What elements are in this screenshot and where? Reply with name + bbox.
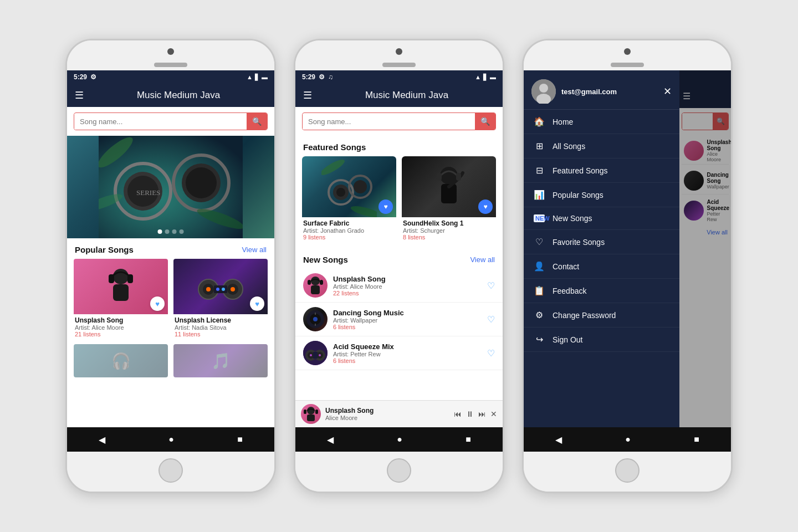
home-btn-2[interactable]: ● (397, 434, 402, 444)
screen-content-1[interactable]: 🔍 (67, 107, 274, 427)
phone-top-3 (524, 40, 731, 70)
drawer-header: test@gmail.com ✕ (524, 70, 679, 110)
feat-fav-2[interactable]: ♥ (478, 200, 493, 214)
np-prev[interactable]: ⏮ (454, 410, 462, 418)
recents-btn-3[interactable]: ■ (694, 434, 699, 444)
np-thumb (301, 404, 321, 424)
contact-icon-drawer: 👤 (534, 261, 545, 272)
search-button-1[interactable]: 🔍 (247, 113, 267, 130)
drawer-menu: 🏠 Home ⊞ All Songs ⊟ Featured Songs 📊 Po… (524, 110, 679, 452)
user-avatar (531, 79, 556, 104)
song-card-2[interactable]: ♥ Unsplash License Artist: Nadia Sitova … (173, 259, 268, 340)
song-thumb-2 (303, 307, 328, 331)
drawer-label-favorite-songs: Favorite Songs (553, 238, 605, 247)
wifi-icon-1: ▲ (247, 74, 253, 80)
home-btn-3[interactable]: ● (625, 434, 631, 444)
song-list-item-3[interactable]: Acid Squeeze Mix Artist: Petter Rew 6 li… (295, 336, 503, 370)
np-pause[interactable]: ⏸ (466, 410, 474, 418)
dot-1 (158, 229, 162, 234)
drawer-item-new-songs[interactable]: NEW New Songs (524, 207, 679, 230)
back-btn-3[interactable]: ◀ (555, 434, 562, 445)
drawer-label-contact: Contact (553, 262, 579, 271)
np-controls: ⏮ ⏸ ⏭ ✕ (454, 410, 497, 418)
search-input-wrap-2[interactable]: 🔍 (302, 112, 496, 130)
drawer-item-all-songs[interactable]: ⊞ All Songs (524, 134, 679, 158)
svg-rect-56 (313, 352, 318, 359)
np-close[interactable]: ✕ (490, 410, 497, 418)
drawer-item-home[interactable]: 🏠 Home (524, 110, 679, 134)
speaker-3 (611, 63, 644, 67)
song-list-item-1[interactable]: Unsplash Song Artist: Alice Moore 22 lis… (295, 269, 503, 303)
navigation-drawer: test@gmail.com ✕ 🏠 Home ⊞ All Songs ⊟ Fe… (524, 70, 679, 452)
favorite-songs-icon-drawer: ♡ (534, 237, 545, 247)
drawer-item-favorite-songs[interactable]: ♡ Favorite Songs (524, 230, 679, 254)
popular-songs-icon-drawer: 📊 (534, 190, 545, 200)
np-next[interactable]: ⏭ (478, 410, 486, 418)
drawer-item-change-password[interactable]: ⚙ Change Password (524, 303, 679, 328)
phone-bottom-1 (67, 452, 274, 492)
svg-point-30 (336, 188, 345, 197)
svg-point-62 (539, 84, 548, 93)
search-input-2[interactable] (303, 114, 475, 130)
drawer-label-home: Home (553, 117, 573, 126)
search-input-wrap-1[interactable]: 🔍 (74, 112, 268, 130)
new-songs-icon-drawer: NEW (534, 214, 545, 222)
recents-btn-2[interactable]: ■ (466, 434, 471, 444)
carousel-1: SERIES (67, 136, 274, 238)
recents-btn-1[interactable]: ■ (237, 434, 243, 444)
camera-1 (167, 48, 174, 55)
featured-card-1[interactable]: ♥ Surface Fabric Artist: Jonathan Grado … (302, 156, 396, 243)
drawer-item-contact[interactable]: 👤 Contact (524, 254, 679, 279)
featured-info-2: SoundHelix Song 1 Artist: Schurger 8 lis… (402, 217, 496, 243)
view-all-new[interactable]: View all (470, 255, 495, 264)
back-btn-1[interactable]: ◀ (99, 434, 105, 445)
search-button-2[interactable]: 🔍 (475, 113, 495, 130)
svg-point-32 (354, 180, 367, 193)
song-list-fav-3[interactable]: ♡ (487, 348, 495, 359)
view-all-popular[interactable]: View all (242, 245, 267, 254)
status-icons-1: ▲ ▋ ▬ (247, 74, 268, 81)
screen-content-2[interactable]: 🔍 Featured Songs (295, 107, 503, 400)
speaker-1 (154, 63, 187, 67)
drawer-close-button[interactable]: ✕ (663, 85, 672, 98)
phone-3: 5:30 ⚙ ♫ ▲ ▋ ▬ test@gmail.com (522, 39, 733, 493)
fav-badge-1[interactable]: ♥ (150, 296, 165, 311)
status-bar-2: 5:29 ⚙ ♫ ▲ ▋ ▬ (295, 70, 503, 84)
signal-icon-2: ▋ (483, 74, 488, 81)
song-list-fav-1[interactable]: ♡ (487, 280, 495, 291)
back-btn-2[interactable]: ◀ (327, 434, 334, 445)
drawer-item-sign-out[interactable]: ↪ Sign Out (524, 328, 679, 352)
song-list-fav-2[interactable]: ♡ (487, 314, 495, 325)
camera-2 (396, 48, 402, 55)
song-card-1[interactable]: ♥ Unsplash Song Artist: Alice Moore 21 l… (74, 259, 168, 340)
wifi-icon-2: ▲ (475, 74, 481, 80)
status-time-1: 5:29 ⚙ (74, 73, 96, 81)
now-playing-bar: Unsplash Song Alice Moore ⏮ ⏸ ⏭ ✕ (295, 400, 503, 427)
svg-point-55 (319, 354, 321, 356)
search-input-1[interactable] (74, 114, 247, 130)
menu-icon-1[interactable]: ☰ (75, 89, 84, 101)
featured-card-2[interactable]: ♥ SoundHelix Song 1 Artist: Schurger 8 l… (402, 156, 496, 243)
drawer-item-feedback[interactable]: 📋 Feedback (524, 279, 679, 303)
menu-icon-2[interactable]: ☰ (303, 89, 312, 101)
app-title-2: Music Medium Java (319, 90, 495, 101)
drawer-item-featured-songs[interactable]: ⊟ Featured Songs (524, 158, 679, 183)
dot-2 (165, 229, 170, 234)
phone-bottom-2 (295, 452, 503, 492)
songs-grid-1: ♥ Unsplash Song Artist: Alice Moore 21 l… (67, 259, 274, 340)
carousel-art-1: SERIES (99, 136, 243, 238)
song-thumb-3 (303, 341, 328, 365)
svg-point-46 (313, 317, 318, 321)
svg-text:SERIES: SERIES (136, 188, 160, 197)
phone-2: 5:29 ⚙ ♫ ▲ ▋ ▬ ☰ Music Medium Java 🔍 (294, 39, 504, 493)
physical-home-3 (615, 458, 640, 483)
svg-point-57 (307, 407, 315, 415)
drawer-item-popular-songs[interactable]: 📊 Popular Songs (524, 183, 679, 207)
new-songs-header: New Songs View all (295, 248, 503, 269)
feat-fav-1[interactable]: ♥ (378, 200, 393, 214)
home-btn-1[interactable]: ● (168, 434, 174, 444)
partial-img-1: 🎧 (74, 344, 168, 377)
song-list-item-2[interactable]: Dancing Song Music Artist: Wallpaper 6 l… (295, 303, 503, 336)
status-bar-1: 5:29 ⚙ ▲ ▋ ▬ (67, 70, 274, 84)
fav-badge-2[interactable]: ♥ (250, 296, 264, 311)
